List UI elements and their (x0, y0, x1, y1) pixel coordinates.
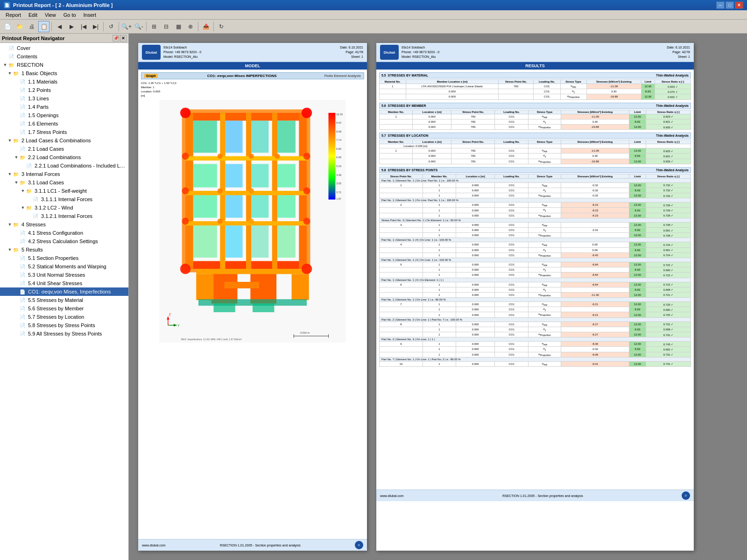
tree-item-lc-221[interactable]: 📄 2.2.1 Load Combinations - Included Loa… (0, 161, 128, 170)
close-nav-button[interactable]: ✕ (120, 35, 127, 42)
tree-item-openings[interactable]: 📄 1.5 Openings (0, 111, 128, 119)
maximize-button[interactable]: □ (726, 1, 734, 9)
tree-item-statical[interactable]: 📄 5.2 Statical Moments and Warping (0, 262, 128, 271)
tree-item-stress-points[interactable]: 📄 1.7 Stress Points (0, 128, 128, 136)
tree-item-stress-config[interactable]: 📄 4.1 Stress Configuration (0, 229, 128, 237)
close-button[interactable]: ✕ (735, 1, 743, 9)
tree-item-elements[interactable]: 📄 1.6 Elements (0, 119, 128, 128)
toggle-materials[interactable] (13, 78, 20, 85)
tree-item-56[interactable]: 📄 5.6 Stresses by Member (0, 304, 128, 313)
tree-item-parts[interactable]: 📄 1.4 Parts (0, 103, 128, 111)
tree-item-59[interactable]: 📄 5.9 All Stresses by Stress Points (0, 329, 128, 338)
tree-item-internal-forces[interactable]: ▼ 📁 3 Internal Forces (0, 170, 128, 178)
new-button[interactable]: 📄 (2, 21, 13, 32)
tree-item-co1-selected[interactable]: 📄 CO1: σeqv,von Mises, Imperfections (0, 287, 128, 296)
tree-item-section-props[interactable]: 📄 5.1 Section Properties (0, 254, 128, 262)
report-button[interactable]: 📋 (38, 21, 49, 32)
toggle-31-lc[interactable]: ▼ (13, 179, 20, 186)
tree-item-rsection[interactable]: ▼ 📁 RSECTION (0, 61, 128, 69)
export-button[interactable]: 📤 (200, 21, 211, 32)
toggle-openings[interactable] (13, 112, 20, 119)
toggle-load-cases-comb[interactable]: ▼ (7, 137, 13, 144)
tree-item-311-lc[interactable]: ▼ 📁 3.1.1 LC1 - Self-weight (0, 187, 128, 195)
toggle-lines[interactable] (13, 95, 20, 102)
toggle-stress-config[interactable] (13, 230, 20, 236)
toggle-3111[interactable] (26, 196, 33, 203)
toggle-lc-22[interactable]: ▼ (13, 154, 20, 161)
toggle-312-lc[interactable]: ▼ (20, 204, 26, 211)
zoom-in-button[interactable]: 🔍+ (121, 21, 132, 32)
tree-item-results[interactable]: ▼ 📁 5 Results (0, 245, 128, 254)
toggle-results[interactable]: ▼ (7, 246, 13, 253)
toggle-lc-21[interactable] (13, 146, 20, 152)
tree-item-312-lc[interactable]: ▼ 📁 3.1.2 LC2 - Wind (0, 203, 128, 212)
tree-item-3121[interactable]: 📄 3.1.2.1 Internal Forces (0, 212, 128, 220)
tree-item-lines[interactable]: 📄 1.3 Lines (0, 94, 128, 103)
toggle-3121[interactable] (26, 213, 33, 219)
toggle-elements[interactable] (13, 120, 20, 127)
select-button[interactable]: ▦ (173, 21, 184, 32)
toggle-311-lc[interactable]: ▼ (20, 188, 26, 194)
last-button[interactable]: ▶| (90, 21, 101, 32)
tree-item-stress-calc[interactable]: 📄 4.2 Stress Calculation Settings (0, 237, 128, 245)
nav-button[interactable]: ⊕ (185, 21, 196, 32)
window-controls[interactable]: ─ □ ✕ (716, 1, 743, 9)
menu-report[interactable]: Report (2, 11, 25, 19)
refresh-button[interactable]: ↻ (216, 21, 227, 32)
toggle-56[interactable] (13, 305, 20, 312)
pin-button[interactable]: 📌 (113, 35, 119, 42)
tree-item-lc-21[interactable]: 📄 2.1 Load Cases (0, 145, 128, 153)
toggle-contents[interactable] (2, 53, 8, 60)
navigator-header-buttons[interactable]: 📌 ✕ (113, 35, 127, 42)
zoom-out-button[interactable]: 🔍- (133, 21, 144, 32)
next-button[interactable]: ▶ (66, 21, 77, 32)
toggle-internal-forces[interactable]: ▼ (7, 171, 13, 177)
content-area[interactable]: Dlubal 93x14 Solobach Phone: +49 9673 92… (129, 34, 747, 560)
page-fit-button[interactable]: ⊟ (161, 21, 172, 32)
toggle-55[interactable] (13, 297, 20, 303)
toggle-section-props[interactable] (13, 255, 20, 261)
toggle-points[interactable] (13, 87, 20, 93)
toggle-59[interactable] (13, 330, 20, 337)
tree-item-lc-22[interactable]: ▼ 📁 2.2 Load Combinations (0, 153, 128, 161)
tree-item-contents[interactable]: 📄 Contents (0, 52, 128, 61)
first-button[interactable]: |◀ (78, 21, 89, 32)
print-button[interactable]: 🖨 (26, 21, 37, 32)
toggle-57[interactable] (13, 314, 20, 320)
rotate-button[interactable]: ↺ (106, 21, 117, 32)
toggle-unit-normal[interactable] (13, 272, 20, 278)
tree-item-3111[interactable]: 📄 3.1.1.1 Internal Forces (0, 195, 128, 203)
tree-item-cover[interactable]: 📄 Cover (0, 44, 128, 52)
tree-item-31-lc[interactable]: ▼ 📁 3.1 Load Cases (0, 178, 128, 187)
tree-item-58[interactable]: 📄 5.8 Stresses by Stress Points (0, 321, 128, 329)
open-button[interactable]: 📁 (14, 21, 25, 32)
tree-item-unit-shear[interactable]: 📄 5.4 Unit Shear Stresses (0, 279, 128, 287)
toggle-rsection[interactable]: ▼ (2, 62, 8, 68)
menu-view[interactable]: View (41, 11, 60, 19)
fit-button[interactable]: ⊞ (148, 21, 160, 32)
tree-item-load-cases-comb[interactable]: ▼ 📁 2 Load Cases & Combinations (0, 136, 128, 145)
toggle-58[interactable] (13, 322, 20, 329)
prev-button[interactable]: ◀ (54, 21, 65, 32)
menu-goto[interactable]: Go to (60, 11, 80, 19)
toggle-lc-221[interactable] (20, 162, 26, 169)
toggle-parts[interactable] (13, 104, 20, 110)
tree-item-stresses[interactable]: ▼ 📁 4 Stresses (0, 220, 128, 229)
menu-insert[interactable]: Insert (80, 11, 100, 19)
toggle-stress-calc[interactable] (13, 238, 20, 245)
tree-item-unit-normal[interactable]: 📄 5.3 Unit Normal Stresses (0, 271, 128, 279)
toggle-unit-shear[interactable] (13, 280, 20, 287)
minimize-button[interactable]: ─ (716, 1, 725, 9)
toggle-cover[interactable] (2, 45, 8, 51)
navigator-tree[interactable]: 📄 Cover 📄 Contents ▼ 📁 RSECTION ▼ 📁 1 Ba… (0, 43, 128, 560)
toggle-co1-selected[interactable] (13, 288, 20, 295)
tree-item-57[interactable]: 📄 5.7 Stresses by Location (0, 313, 128, 321)
tree-item-55[interactable]: 📄 5.5 Stresses by Material (0, 296, 128, 304)
toggle-basic-objects[interactable]: ▼ (7, 70, 13, 77)
tree-item-materials[interactable]: 📄 1.1 Materials (0, 77, 128, 86)
tree-item-basic-objects[interactable]: ▼ 📁 1 Basic Objects (0, 69, 128, 77)
menu-edit[interactable]: Edit (25, 11, 41, 19)
toggle-statical[interactable] (13, 263, 20, 270)
toggle-stresses[interactable]: ▼ (7, 221, 13, 228)
toggle-stress-points[interactable] (13, 129, 20, 135)
